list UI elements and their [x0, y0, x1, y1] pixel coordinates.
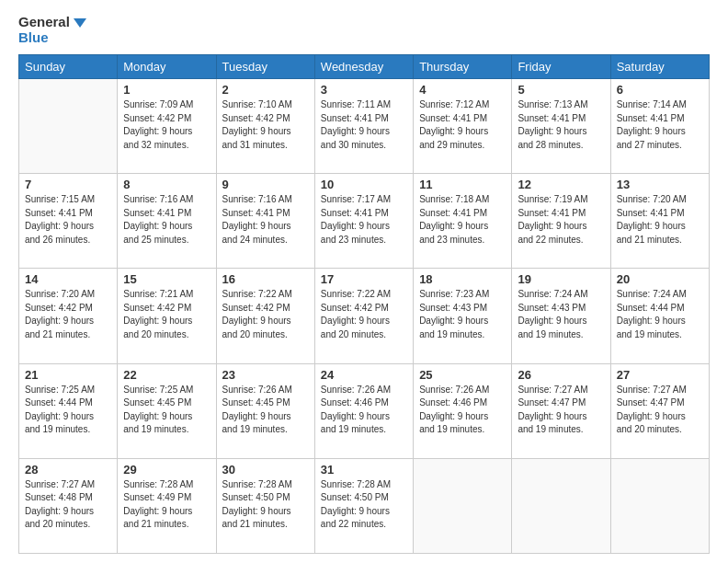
day-number: 20	[617, 272, 703, 286]
logo-text-blue: Blue	[18, 30, 70, 46]
day-number: 17	[321, 272, 407, 286]
day-info: Sunrise: 7:09 AM Sunset: 4:42 PM Dayligh…	[123, 98, 210, 152]
day-cell: 18Sunrise: 7:23 AM Sunset: 4:43 PM Dayli…	[414, 269, 512, 363]
day-info: Sunrise: 7:25 AM Sunset: 4:45 PM Dayligh…	[123, 384, 210, 437]
day-number: 10	[321, 178, 407, 191]
day-cell	[414, 458, 512, 553]
day-info: Sunrise: 7:24 AM Sunset: 4:44 PM Dayligh…	[617, 288, 703, 341]
week-row-4: 21Sunrise: 7:25 AM Sunset: 4:44 PM Dayli…	[19, 363, 710, 458]
day-number: 21	[25, 368, 111, 382]
day-info: Sunrise: 7:23 AM Sunset: 4:43 PM Dayligh…	[419, 288, 506, 341]
column-header-wednesday: Wednesday	[314, 55, 413, 79]
day-info: Sunrise: 7:11 AM Sunset: 4:41 PM Dayligh…	[321, 98, 407, 152]
day-number: 25	[419, 368, 506, 382]
day-cell: 10Sunrise: 7:17 AM Sunset: 4:41 PM Dayli…	[314, 174, 413, 269]
day-info: Sunrise: 7:28 AM Sunset: 4:50 PM Dayligh…	[222, 478, 309, 532]
day-info: Sunrise: 7:18 AM Sunset: 4:41 PM Dayligh…	[419, 193, 506, 247]
column-header-sunday: Sunday	[19, 55, 118, 79]
day-number: 16	[222, 272, 309, 286]
day-info: Sunrise: 7:27 AM Sunset: 4:47 PM Dayligh…	[518, 384, 604, 437]
day-cell	[610, 458, 709, 553]
day-cell: 2Sunrise: 7:10 AM Sunset: 4:42 PM Daylig…	[216, 79, 314, 174]
day-cell: 13Sunrise: 7:20 AM Sunset: 4:41 PM Dayli…	[610, 174, 709, 269]
day-cell: 8Sunrise: 7:16 AM Sunset: 4:41 PM Daylig…	[118, 174, 216, 269]
day-number: 18	[419, 272, 506, 286]
day-cell: 31Sunrise: 7:28 AM Sunset: 4:50 PM Dayli…	[314, 458, 413, 553]
svg-marker-0	[74, 18, 86, 28]
day-info: Sunrise: 7:15 AM Sunset: 4:41 PM Dayligh…	[25, 193, 111, 247]
day-number: 1	[123, 83, 210, 97]
day-info: Sunrise: 7:28 AM Sunset: 4:49 PM Dayligh…	[123, 478, 210, 532]
day-cell	[512, 458, 610, 553]
day-number: 12	[518, 178, 604, 191]
page: General Blue SundayMondayTuesdayWednesda…	[0, 0, 728, 563]
day-cell: 7Sunrise: 7:15 AM Sunset: 4:41 PM Daylig…	[19, 174, 118, 269]
day-number: 11	[419, 178, 506, 191]
day-cell: 20Sunrise: 7:24 AM Sunset: 4:44 PM Dayli…	[610, 269, 709, 363]
day-info: Sunrise: 7:20 AM Sunset: 4:42 PM Dayligh…	[25, 288, 111, 341]
day-cell: 16Sunrise: 7:22 AM Sunset: 4:42 PM Dayli…	[216, 269, 314, 363]
day-info: Sunrise: 7:26 AM Sunset: 4:46 PM Dayligh…	[321, 384, 407, 437]
day-cell: 25Sunrise: 7:26 AM Sunset: 4:46 PM Dayli…	[414, 363, 512, 458]
week-row-5: 28Sunrise: 7:27 AM Sunset: 4:48 PM Dayli…	[19, 458, 710, 553]
week-row-1: 1Sunrise: 7:09 AM Sunset: 4:42 PM Daylig…	[19, 79, 710, 174]
logo: General Blue	[18, 15, 88, 45]
day-cell: 9Sunrise: 7:16 AM Sunset: 4:41 PM Daylig…	[216, 174, 314, 269]
day-info: Sunrise: 7:22 AM Sunset: 4:42 PM Dayligh…	[222, 288, 309, 341]
column-header-monday: Monday	[118, 55, 216, 79]
day-cell: 6Sunrise: 7:14 AM Sunset: 4:41 PM Daylig…	[610, 79, 709, 174]
logo-mark: General Blue	[18, 15, 88, 45]
day-cell: 26Sunrise: 7:27 AM Sunset: 4:47 PM Dayli…	[512, 363, 610, 458]
logo-text-general: General	[18, 15, 70, 30]
day-number: 2	[222, 83, 309, 97]
day-info: Sunrise: 7:27 AM Sunset: 4:48 PM Dayligh…	[25, 478, 111, 532]
day-info: Sunrise: 7:13 AM Sunset: 4:41 PM Dayligh…	[518, 98, 604, 152]
day-info: Sunrise: 7:25 AM Sunset: 4:44 PM Dayligh…	[25, 384, 111, 437]
day-cell: 19Sunrise: 7:24 AM Sunset: 4:43 PM Dayli…	[512, 269, 610, 363]
day-info: Sunrise: 7:21 AM Sunset: 4:42 PM Dayligh…	[123, 288, 210, 341]
day-info: Sunrise: 7:14 AM Sunset: 4:41 PM Dayligh…	[617, 98, 703, 152]
day-number: 19	[518, 272, 604, 286]
day-number: 29	[123, 463, 210, 477]
day-cell: 3Sunrise: 7:11 AM Sunset: 4:41 PM Daylig…	[314, 79, 413, 174]
day-number: 26	[518, 368, 604, 382]
day-cell: 27Sunrise: 7:27 AM Sunset: 4:47 PM Dayli…	[610, 363, 709, 458]
logo-arrow-icon	[72, 15, 88, 31]
day-number: 9	[222, 178, 309, 191]
day-cell	[19, 79, 118, 174]
day-info: Sunrise: 7:10 AM Sunset: 4:42 PM Dayligh…	[222, 98, 309, 152]
day-cell: 1Sunrise: 7:09 AM Sunset: 4:42 PM Daylig…	[118, 79, 216, 174]
column-header-friday: Friday	[512, 55, 610, 79]
day-number: 23	[222, 368, 309, 382]
calendar-table: SundayMondayTuesdayWednesdayThursdayFrid…	[18, 54, 710, 554]
day-number: 8	[123, 178, 210, 191]
day-info: Sunrise: 7:27 AM Sunset: 4:47 PM Dayligh…	[617, 384, 703, 437]
day-number: 13	[617, 178, 703, 191]
day-cell: 4Sunrise: 7:12 AM Sunset: 4:41 PM Daylig…	[414, 79, 512, 174]
day-number: 4	[419, 83, 506, 97]
week-row-2: 7Sunrise: 7:15 AM Sunset: 4:41 PM Daylig…	[19, 174, 710, 269]
day-info: Sunrise: 7:19 AM Sunset: 4:41 PM Dayligh…	[518, 193, 604, 247]
day-cell: 28Sunrise: 7:27 AM Sunset: 4:48 PM Dayli…	[19, 458, 118, 553]
day-cell: 14Sunrise: 7:20 AM Sunset: 4:42 PM Dayli…	[19, 269, 118, 363]
day-number: 14	[25, 272, 111, 286]
week-row-3: 14Sunrise: 7:20 AM Sunset: 4:42 PM Dayli…	[19, 269, 710, 363]
day-cell: 5Sunrise: 7:13 AM Sunset: 4:41 PM Daylig…	[512, 79, 610, 174]
day-info: Sunrise: 7:22 AM Sunset: 4:42 PM Dayligh…	[321, 288, 407, 341]
day-number: 7	[25, 178, 111, 191]
day-info: Sunrise: 7:20 AM Sunset: 4:41 PM Dayligh…	[617, 193, 703, 247]
header: General Blue	[18, 15, 710, 45]
day-cell: 15Sunrise: 7:21 AM Sunset: 4:42 PM Dayli…	[118, 269, 216, 363]
day-number: 6	[617, 83, 703, 97]
day-number: 22	[123, 368, 210, 382]
day-cell: 12Sunrise: 7:19 AM Sunset: 4:41 PM Dayli…	[512, 174, 610, 269]
day-number: 5	[518, 83, 604, 97]
day-info: Sunrise: 7:17 AM Sunset: 4:41 PM Dayligh…	[321, 193, 407, 247]
day-cell: 30Sunrise: 7:28 AM Sunset: 4:50 PM Dayli…	[216, 458, 314, 553]
day-info: Sunrise: 7:12 AM Sunset: 4:41 PM Dayligh…	[419, 98, 506, 152]
header-row: SundayMondayTuesdayWednesdayThursdayFrid…	[19, 55, 710, 79]
column-header-saturday: Saturday	[610, 55, 709, 79]
day-cell: 21Sunrise: 7:25 AM Sunset: 4:44 PM Dayli…	[19, 363, 118, 458]
column-header-tuesday: Tuesday	[216, 55, 314, 79]
day-number: 30	[222, 463, 309, 477]
